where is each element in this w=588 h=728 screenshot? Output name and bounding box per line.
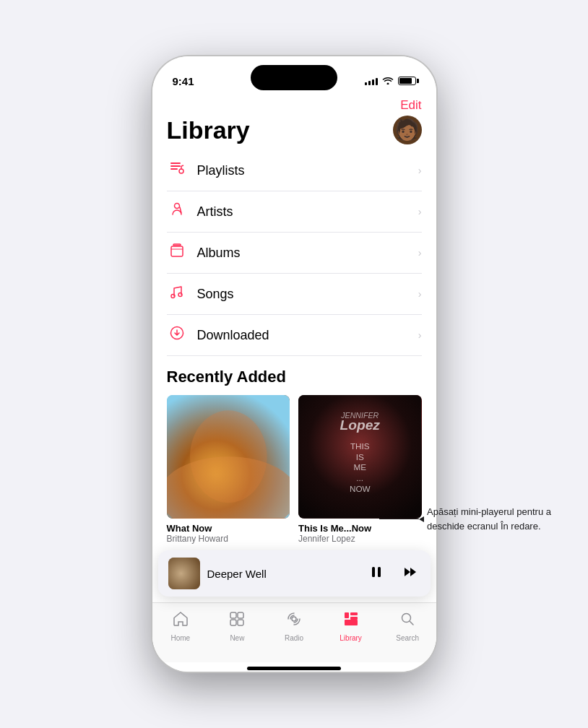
list-item-songs[interactable]: Songs › <box>167 274 422 315</box>
home-label: Home <box>170 634 190 642</box>
status-time: 9:41 <box>173 75 194 87</box>
playlists-label: Playlists <box>197 163 245 178</box>
edit-button[interactable]: Edit <box>400 98 421 113</box>
chevron-icon: › <box>418 288 422 300</box>
list-item-playlists[interactable]: Playlists › <box>167 150 422 191</box>
album-title-what-now: What Now <box>167 523 290 534</box>
svg-line-38 <box>410 622 414 625</box>
svg-rect-30 <box>230 620 236 625</box>
mini-player-info: Deeper Well <box>207 568 358 580</box>
svg-line-5 <box>181 165 183 166</box>
list-item-artists[interactable]: Artists › <box>167 191 422 233</box>
tab-search[interactable]: Search <box>379 610 436 642</box>
svg-rect-25 <box>168 558 200 589</box>
downloaded-label: Downloaded <box>197 328 269 343</box>
status-icons <box>365 76 416 87</box>
artists-icon <box>167 202 187 222</box>
svg-point-37 <box>402 614 411 623</box>
header: Edit Library 🧑🏾 <box>152 95 436 150</box>
new-label: New <box>230 634 244 642</box>
svg-rect-35 <box>350 617 358 620</box>
svg-rect-33 <box>345 612 349 618</box>
downloaded-icon <box>167 325 187 345</box>
mini-player-controls <box>366 561 420 586</box>
svg-rect-31 <box>238 620 243 625</box>
svg-text:THIS: THIS <box>350 441 370 451</box>
svg-rect-36 <box>345 620 358 625</box>
annotation-arrow <box>379 516 424 522</box>
forward-button[interactable] <box>399 561 420 586</box>
list-item-downloaded[interactable]: Downloaded › <box>167 315 422 356</box>
dynamic-island <box>251 65 337 90</box>
svg-rect-2 <box>170 168 178 170</box>
chevron-icon: › <box>418 165 422 176</box>
svg-rect-0 <box>170 162 181 164</box>
svg-point-14 <box>167 456 290 518</box>
songs-label: Songs <box>197 287 234 302</box>
svg-text:ME: ME <box>353 462 366 472</box>
svg-text:IS: IS <box>356 452 364 462</box>
albums-icon <box>167 243 187 263</box>
svg-point-32 <box>292 617 296 621</box>
search-label: Search <box>396 634 419 642</box>
chevron-icon: › <box>418 329 422 341</box>
tab-new[interactable]: New <box>209 610 266 642</box>
playlists-icon <box>167 160 187 181</box>
avatar-image: 🧑🏾 <box>394 120 420 140</box>
svg-rect-1 <box>170 165 181 167</box>
avatar[interactable]: 🧑🏾 <box>393 116 422 144</box>
chevron-icon: › <box>418 247 422 259</box>
album-card-what-now[interactable]: What Now Brittany Howard <box>167 395 290 544</box>
svg-text:Lopez: Lopez <box>340 417 381 433</box>
home-indicator <box>247 667 341 670</box>
svg-point-15 <box>189 410 267 503</box>
search-icon <box>399 610 416 632</box>
tab-library[interactable]: Library <box>322 610 379 642</box>
annotation: Apăsați mini-playerul pentru a deschide … <box>379 505 553 533</box>
album-artist-what-now: Brittany Howard <box>167 534 290 544</box>
album-art-what-now <box>167 395 290 519</box>
albums-label: Albums <box>197 246 241 261</box>
list-item-albums[interactable]: Albums › <box>167 233 422 274</box>
tab-home[interactable]: Home <box>152 610 209 642</box>
library-label: Library <box>340 634 362 642</box>
battery-icon <box>398 77 416 85</box>
svg-rect-13 <box>167 395 290 519</box>
svg-rect-26 <box>372 567 375 577</box>
library-list: Playlists › Artists <box>152 150 436 550</box>
signal-icon <box>365 77 378 85</box>
library-icon <box>342 610 360 632</box>
svg-text:NOW: NOW <box>350 484 371 493</box>
svg-text:...: ... <box>356 473 363 482</box>
chevron-icon: › <box>418 206 422 217</box>
wifi-icon <box>382 76 394 87</box>
annotation-text: Apăsați mini-playerul pentru a deschide … <box>427 505 553 533</box>
album-art-jlo: JENNIFER Lopez THIS IS ME ... NOW <box>298 395 422 519</box>
svg-rect-29 <box>238 612 243 618</box>
recently-added-title: Recently Added <box>167 356 422 395</box>
svg-point-6 <box>174 204 179 209</box>
svg-rect-34 <box>350 612 358 615</box>
home-icon <box>172 610 189 632</box>
mini-player-art <box>168 558 200 589</box>
page-title: Library <box>167 116 250 144</box>
phone-frame: 9:41 <box>152 56 436 672</box>
content-area: Edit Library 🧑🏾 <box>152 95 436 672</box>
pause-button[interactable] <box>366 561 387 586</box>
artists-label: Artists <box>197 204 233 220</box>
svg-rect-28 <box>230 612 236 618</box>
svg-rect-27 <box>378 567 381 577</box>
tab-bar: Home New <box>152 602 436 662</box>
svg-point-3 <box>179 169 183 173</box>
songs-icon <box>167 284 187 304</box>
radio-icon <box>285 610 303 632</box>
svg-rect-7 <box>171 246 183 256</box>
radio-label: Radio <box>285 634 303 642</box>
new-icon <box>228 610 246 632</box>
mini-player[interactable]: Deeper Well <box>158 550 431 597</box>
svg-rect-8 <box>173 244 181 246</box>
tab-radio[interactable]: Radio <box>266 610 323 642</box>
mini-player-title: Deeper Well <box>207 568 358 580</box>
album-artist-jlo: Jennifer Lopez <box>298 534 422 544</box>
svg-point-10 <box>171 295 175 298</box>
